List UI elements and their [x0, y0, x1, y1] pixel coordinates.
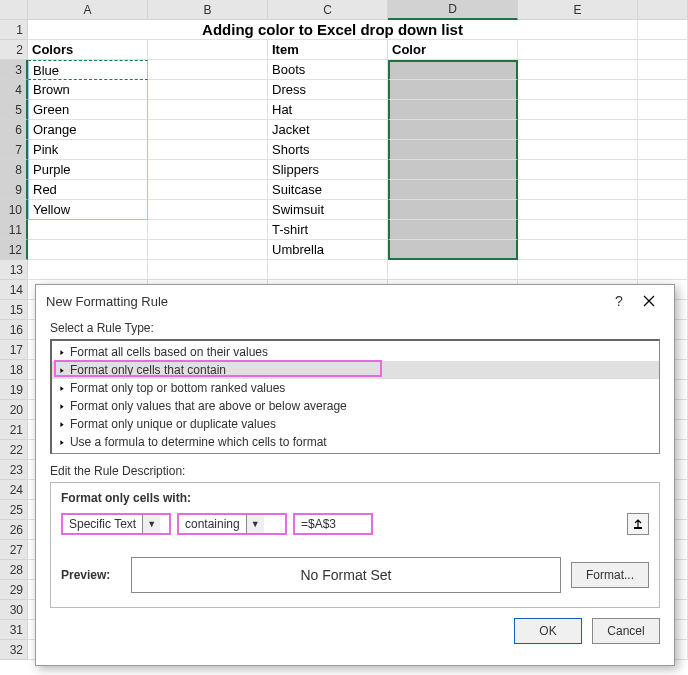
row-header[interactable]: 25 [0, 500, 28, 520]
row-header[interactable]: 24 [0, 480, 28, 500]
cell[interactable] [638, 260, 688, 280]
format-button[interactable]: Format... [571, 562, 649, 588]
cell[interactable] [638, 220, 688, 240]
cell-color-dropdown[interactable] [388, 120, 518, 140]
cell-color-name[interactable]: Yellow [28, 200, 148, 220]
cell-color-name[interactable]: Pink [28, 140, 148, 160]
column-header[interactable]: B [148, 0, 268, 20]
cell[interactable] [638, 80, 688, 100]
cell-color-dropdown[interactable]: ▼ [388, 60, 518, 80]
cell[interactable] [148, 120, 268, 140]
cell[interactable] [518, 40, 638, 60]
cell[interactable] [518, 140, 638, 160]
cell[interactable] [268, 260, 388, 280]
row-header[interactable]: 7 [0, 140, 28, 160]
ok-button[interactable]: OK [514, 618, 582, 644]
cell-color-dropdown[interactable] [388, 240, 518, 260]
column-header[interactable]: C [268, 0, 388, 20]
cell[interactable] [148, 180, 268, 200]
header-color[interactable]: Color [388, 40, 518, 60]
cell[interactable] [148, 260, 268, 280]
cell[interactable] [638, 60, 688, 80]
row-header[interactable]: 16 [0, 320, 28, 340]
cell-color-name[interactable]: Brown [28, 80, 148, 100]
cell-color-name[interactable]: Purple [28, 160, 148, 180]
row-header[interactable]: 27 [0, 540, 28, 560]
cell[interactable] [28, 260, 148, 280]
row-header[interactable]: 6 [0, 120, 28, 140]
cell-item[interactable]: Hat [268, 100, 388, 120]
select-all-corner[interactable] [0, 0, 28, 20]
cell[interactable] [148, 200, 268, 220]
row-header[interactable]: 17 [0, 340, 28, 360]
cell[interactable] [518, 80, 638, 100]
row-header[interactable]: 3 [0, 60, 28, 80]
row-header[interactable]: 15 [0, 300, 28, 320]
cell[interactable] [638, 40, 688, 60]
row-header[interactable]: 22 [0, 440, 28, 460]
condition-type-select[interactable]: Specific Text▼ [61, 513, 171, 535]
rule-type-item[interactable]: Format only unique or duplicate values [52, 415, 659, 433]
cell-item[interactable]: Slippers [268, 160, 388, 180]
row-header[interactable]: 21 [0, 420, 28, 440]
cell[interactable] [28, 240, 148, 260]
cell[interactable] [518, 180, 638, 200]
cell-color-dropdown[interactable] [388, 260, 518, 280]
cell[interactable] [148, 60, 268, 80]
cell[interactable] [148, 100, 268, 120]
cell[interactable] [638, 240, 688, 260]
cell[interactable] [518, 100, 638, 120]
cell-color-name[interactable]: Red [28, 180, 148, 200]
cell[interactable] [28, 220, 148, 240]
cell-item[interactable]: Shorts [268, 140, 388, 160]
cancel-button[interactable]: Cancel [592, 618, 660, 644]
cell-item[interactable]: Swimsuit [268, 200, 388, 220]
rule-type-item[interactable]: Format only top or bottom ranked values [52, 379, 659, 397]
cell[interactable] [638, 140, 688, 160]
cell[interactable] [148, 140, 268, 160]
column-header[interactable]: A [28, 0, 148, 20]
row-header[interactable]: 23 [0, 460, 28, 480]
cell[interactable] [638, 100, 688, 120]
rule-type-item[interactable]: Format only cells that contain [52, 361, 659, 379]
cell[interactable] [148, 160, 268, 180]
row-header[interactable]: 31 [0, 620, 28, 640]
row-header[interactable]: 28 [0, 560, 28, 580]
rule-type-list[interactable]: Format all cells based on their valuesFo… [50, 339, 660, 454]
cell-color-dropdown[interactable] [388, 220, 518, 240]
row-header[interactable]: 29 [0, 580, 28, 600]
rule-type-item[interactable]: Format all cells based on their values [52, 343, 659, 361]
cell-item[interactable]: Boots [268, 60, 388, 80]
header-colors[interactable]: Colors [28, 40, 148, 60]
row-header[interactable]: 26 [0, 520, 28, 540]
cell-color-name[interactable]: Green [28, 100, 148, 120]
cell-item[interactable]: Jacket [268, 120, 388, 140]
cell-color-dropdown[interactable] [388, 80, 518, 100]
cell-item[interactable]: Umbrella [268, 240, 388, 260]
cell[interactable] [148, 40, 268, 60]
cell[interactable] [518, 240, 638, 260]
row-header[interactable]: 13 [0, 260, 28, 280]
cell-color-name[interactable]: Orange [28, 120, 148, 140]
header-item[interactable]: Item [268, 40, 388, 60]
cell[interactable] [518, 220, 638, 240]
condition-value-input[interactable]: =$A$3 [293, 513, 373, 535]
cell-item[interactable]: T-shirt [268, 220, 388, 240]
cell-color-dropdown[interactable] [388, 160, 518, 180]
column-header[interactable] [638, 0, 688, 20]
row-header[interactable]: 1 [0, 20, 28, 40]
row-header[interactable]: 19 [0, 380, 28, 400]
cell-color-name[interactable]: Blue [28, 60, 148, 80]
cell-item[interactable]: Suitcase [268, 180, 388, 200]
row-header[interactable]: 9 [0, 180, 28, 200]
cell[interactable] [518, 200, 638, 220]
cell-color-dropdown[interactable] [388, 140, 518, 160]
cell[interactable] [638, 120, 688, 140]
cell[interactable] [638, 180, 688, 200]
range-selector-button[interactable] [627, 513, 649, 535]
row-header[interactable]: 5 [0, 100, 28, 120]
column-header[interactable]: E [518, 0, 638, 20]
row-header[interactable]: 10 [0, 200, 28, 220]
cell-color-dropdown[interactable] [388, 200, 518, 220]
cell[interactable] [638, 160, 688, 180]
